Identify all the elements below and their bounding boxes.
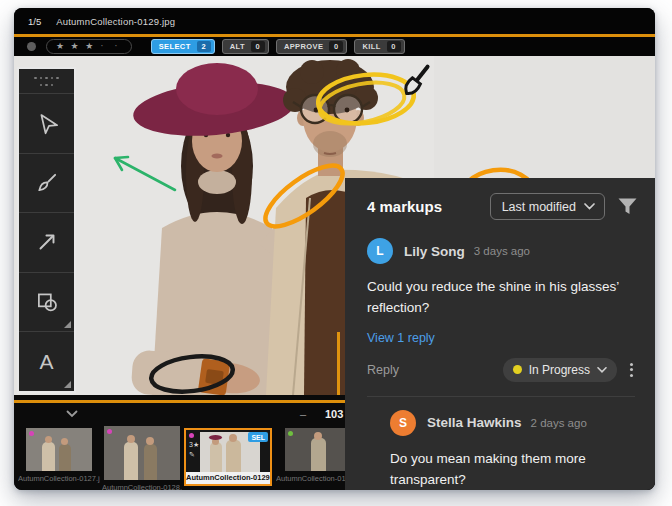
avatar[interactable]: L xyxy=(367,238,393,264)
title-bar: 1/5 AutumnCollection-0129.jpg xyxy=(14,8,655,34)
comment-header: L Lily Song 3 days ago xyxy=(367,238,635,264)
thumbnail-image[interactable] xyxy=(104,426,180,480)
comment-reply: S Stella Hawkins 2 days ago Do you mean … xyxy=(345,397,655,490)
pointer-tool-button[interactable] xyxy=(19,93,74,153)
markup-panel-header: 4 markups Last modified xyxy=(345,178,655,232)
markup-count-title: 4 markups xyxy=(367,198,442,215)
thumbnail-label: AutumnCollection-0127.jpg xyxy=(18,474,100,483)
thumbnail-rating: 3★ xyxy=(189,441,199,448)
palette-grip-handle[interactable] xyxy=(19,69,74,93)
thumbnail-meta: 3★ ✎ xyxy=(189,433,199,458)
color-label-dot xyxy=(288,431,293,436)
comment-header: S Stella Hawkins 2 days ago xyxy=(390,410,635,436)
text-tool-icon: A xyxy=(39,350,53,374)
comment-thread: L Lily Song 3 days ago Could you reduce … xyxy=(345,232,655,397)
brush-tool-button[interactable] xyxy=(19,153,74,213)
pointer-icon xyxy=(34,110,60,136)
thumbnail-image[interactable] xyxy=(285,428,351,471)
approve-count: 0 xyxy=(329,41,343,52)
select-button-label: SELECT xyxy=(159,42,191,51)
alt-count: 0 xyxy=(251,41,265,52)
comment-timestamp: 3 days ago xyxy=(474,245,530,257)
avatar[interactable]: S xyxy=(390,410,416,436)
brush-icon xyxy=(34,170,60,196)
status-label: In Progress xyxy=(529,363,590,377)
approve-button[interactable]: APPROVE 0 xyxy=(276,39,347,54)
comment-timestamp: 2 days ago xyxy=(531,417,587,429)
thumbnail-label: AutumnCollection-0128.jpg xyxy=(102,483,182,490)
sort-dropdown[interactable]: Last modified xyxy=(490,193,605,220)
chevron-down-icon xyxy=(597,367,607,373)
app-window: 1/5 AutumnCollection-0129.jpg ★ ★ ★ · · … xyxy=(14,8,655,490)
markup-tool-palette: A xyxy=(17,67,76,393)
color-label-dot xyxy=(189,433,194,438)
zoom-out-button[interactable]: – xyxy=(300,408,306,420)
shapes-icon xyxy=(34,289,60,315)
comment-body: Do you mean making them more transparent… xyxy=(390,449,635,490)
thumbnail-0127[interactable]: AutumnCollection-0127.jpg xyxy=(18,428,100,483)
status-color-dot xyxy=(513,365,522,374)
kill-count: 0 xyxy=(387,41,401,52)
comment-author: Stella Hawkins xyxy=(427,415,522,430)
color-label-dot xyxy=(107,429,112,434)
reply-button[interactable]: Reply xyxy=(367,363,399,377)
select-button[interactable]: SELECT 2 xyxy=(151,39,215,54)
image-counter: 1/5 xyxy=(28,16,41,27)
panel-anchor-accent xyxy=(337,332,340,395)
text-tool-button[interactable]: A xyxy=(19,331,74,391)
stars-empty-icon: · · xyxy=(100,41,121,51)
arrow-icon xyxy=(34,229,60,255)
arrow-tool-button[interactable] xyxy=(19,212,74,272)
color-class-dot[interactable] xyxy=(27,42,36,51)
comment-body: Could you reduce the shine in his glasse… xyxy=(367,277,635,319)
action-bar: ★ ★ ★ · · SELECT 2 ALT 0 APPROVE 0 KILL … xyxy=(14,37,655,56)
submenu-corner-icon xyxy=(64,381,71,388)
kill-button-label: KILL xyxy=(362,42,380,51)
markup-indicator-icon: ✎ xyxy=(189,451,199,458)
markup-panel: 4 markups Last modified L Lily Song 3 da… xyxy=(345,178,655,490)
thumbnail-image[interactable] xyxy=(26,428,92,471)
collapse-chevron-icon[interactable] xyxy=(66,410,78,418)
image-filename: AutumnCollection-0129.jpg xyxy=(56,16,175,27)
more-options-button[interactable] xyxy=(628,361,635,379)
selected-badge: SEL xyxy=(248,432,268,442)
select-count: 2 xyxy=(197,41,211,52)
view-replies-link[interactable]: View 1 reply xyxy=(367,331,635,345)
star-rating[interactable]: ★ ★ ★ · · xyxy=(46,39,132,54)
stars-filled-icon: ★ ★ ★ xyxy=(56,42,95,51)
thumbnail-0129-selected[interactable]: 3★ ✎ SEL AutumnCollection-0129.jpg xyxy=(184,428,272,486)
kill-button[interactable]: KILL 0 xyxy=(354,39,404,54)
shape-tool-button[interactable] xyxy=(19,272,74,332)
chevron-down-icon xyxy=(584,203,595,210)
approve-button-label: APPROVE xyxy=(284,42,323,51)
thumbnail-label: AutumnCollection-0129.jpg xyxy=(186,472,270,484)
alt-button-label: ALT xyxy=(230,42,245,51)
comment-actions: Reply In Progress xyxy=(367,358,635,382)
thumbnail-0128[interactable]: AutumnCollection-0128.jpg xyxy=(102,428,182,490)
sort-dropdown-value: Last modified xyxy=(502,200,576,214)
status-dropdown[interactable]: In Progress xyxy=(503,358,617,382)
color-label-dot xyxy=(29,431,34,436)
comment-author: Lily Song xyxy=(404,244,465,259)
filter-icon[interactable] xyxy=(618,198,637,215)
submenu-corner-icon xyxy=(64,321,71,328)
zoom-level-value: 103 xyxy=(325,408,343,420)
alt-button[interactable]: ALT 0 xyxy=(222,39,269,54)
